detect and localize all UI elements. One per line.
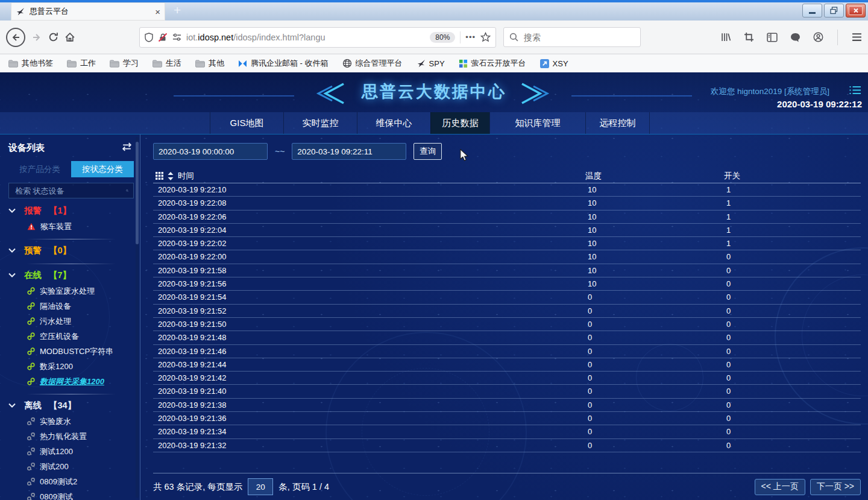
column-header-temperature[interactable]: 温度 [585, 171, 724, 182]
bookmark-item[interactable]: 其他书签 [8, 58, 53, 69]
sort-icon[interactable] [168, 172, 174, 180]
device-search-box[interactable] [8, 183, 134, 198]
cell-time: 2020-03-19 9:22:02 [158, 237, 588, 250]
chevron-down-icon[interactable] [8, 403, 16, 408]
page-size-input[interactable] [248, 478, 273, 495]
table-row: 2020-03-19 9:21:3200 [153, 439, 861, 452]
grid-icon[interactable] [156, 172, 163, 180]
home-button[interactable] [64, 32, 75, 42]
search-input[interactable] [523, 32, 635, 43]
prev-page-button[interactable]: << 上一页 [755, 479, 805, 495]
device-search-input[interactable] [14, 186, 122, 196]
table-row: 2020-03-19 9:21:4000 [153, 385, 861, 398]
next-page-button[interactable]: 下一页 >> [810, 479, 861, 495]
chevron-down-icon[interactable] [8, 208, 16, 213]
column-header-switch[interactable]: 开关 [724, 171, 861, 182]
sidebar-scrollbar[interactable] [136, 137, 139, 498]
bookmark-item[interactable]: 综合管理平台 [342, 58, 403, 69]
chevron-down-icon[interactable] [8, 248, 16, 253]
device-item[interactable]: 测试200 [8, 459, 140, 474]
cell-time: 2020-03-19 9:21:48 [158, 331, 588, 344]
column-header-time[interactable]: 时间 [178, 171, 194, 182]
device-item[interactable]: 热力氧化装置 [8, 429, 140, 444]
nav-tab-远程控制[interactable]: 远程控制 [585, 112, 650, 134]
bookmark-item[interactable]: 腾讯企业邮箱 - 收件箱 [238, 58, 329, 69]
device-item[interactable]: 实验室废水处理 [8, 283, 140, 299]
welcome-text: 欢迎您 hignton2019 [系统管理员] [711, 86, 829, 97]
bookmark-item[interactable]: 萤石云开放平台 [459, 58, 526, 69]
cell-temperature: 10 [588, 183, 726, 197]
permissions-icon[interactable] [172, 33, 181, 42]
device-item[interactable]: 0809测试2 [8, 474, 140, 489]
swap-icon[interactable] [121, 142, 133, 154]
device-item[interactable]: 0809测试 [8, 489, 140, 500]
table-row: 2020-03-19 9:21:5000 [153, 318, 861, 331]
window-minimize-button[interactable] [802, 4, 822, 17]
group-count: 【1】 [49, 205, 71, 217]
cell-temperature: 10 [588, 264, 726, 277]
device-item[interactable]: 空压机设备 [8, 329, 140, 344]
sidebar-tab-by-status[interactable]: 按状态分类 [71, 161, 134, 177]
group-label: 预警 [24, 245, 42, 256]
nav-tab-GIS地图[interactable]: GIS地图 [210, 112, 283, 134]
sidebar-tab-by-product[interactable]: 按产品分类 [8, 161, 71, 177]
zoom-level-badge[interactable]: 80% [430, 32, 455, 43]
cell-temperature: 0 [588, 305, 726, 318]
url-bar[interactable]: iot.idosp.net/idosp/index.html?langu 80%… [139, 27, 496, 48]
nav-tab-历史数据[interactable]: 历史数据 [430, 112, 489, 134]
bookmark-item[interactable]: 其他 [195, 58, 224, 69]
group-count: 【7】 [49, 270, 71, 281]
bookmark-item[interactable]: XSY [540, 59, 568, 68]
forward-button[interactable] [31, 33, 42, 42]
sidebar-group-预警[interactable]: 预警【0】 [8, 242, 140, 259]
device-item[interactable]: 隔油设备 [8, 299, 140, 314]
nav-tab-知识库管理[interactable]: 知识库管理 [489, 112, 585, 134]
home-icon [64, 32, 75, 42]
sidebar-group-报警[interactable]: 报警【1】 [8, 202, 140, 219]
browser-tab[interactable]: 思普云平台 × [11, 2, 165, 21]
device-item[interactable]: 猴车装置 [8, 219, 140, 234]
group-label: 在线 [24, 270, 42, 281]
date-from-input[interactable] [153, 143, 268, 160]
sidebar-toggle-icon[interactable] [767, 33, 778, 42]
query-button[interactable]: 查询 [414, 143, 442, 160]
window-restore-button[interactable] [824, 4, 844, 17]
reload-button[interactable] [48, 32, 58, 42]
page-actions-icon[interactable]: ••• [465, 33, 476, 42]
sidebar-group-在线[interactable]: 在线【7】 [8, 267, 140, 283]
bookmark-item[interactable]: SPY [417, 59, 445, 68]
user-menu-list-icon[interactable] [849, 86, 861, 97]
bookmark-star-icon[interactable] [480, 32, 491, 42]
window-close-button[interactable] [846, 4, 866, 17]
link-icon [27, 332, 35, 340]
screenshot-crop-icon[interactable] [744, 32, 754, 42]
insecure-lock-icon[interactable] [158, 33, 168, 42]
search-bar[interactable] [503, 27, 641, 47]
menu-hamburger-icon[interactable] [852, 33, 862, 42]
bookmark-item[interactable]: 生活 [153, 58, 181, 69]
back-button[interactable] [6, 28, 25, 47]
bookmark-item[interactable]: 学习 [110, 58, 139, 69]
search-icon[interactable] [126, 186, 128, 195]
sidebar-group-离线[interactable]: 离线【34】 [8, 397, 140, 414]
table-row: 2020-03-19 9:21:3400 [153, 425, 861, 438]
shield-icon[interactable] [145, 33, 153, 42]
nav-tab-维保中心[interactable]: 维保中心 [357, 112, 430, 134]
bookmark-item[interactable]: 工作 [67, 58, 96, 69]
chevron-down-icon[interactable] [8, 273, 16, 277]
device-item[interactable]: 数采1200 [8, 359, 140, 374]
cell-time: 2020-03-19 9:21:36 [158, 412, 588, 425]
device-item[interactable]: 污水处理 [8, 314, 140, 329]
nav-tab-实时监控[interactable]: 实时监控 [283, 112, 357, 134]
date-to-input[interactable] [292, 143, 406, 160]
device-item[interactable]: MODBUSTCP字符串 [8, 344, 140, 359]
reload-icon [48, 32, 58, 42]
library-icon[interactable] [721, 32, 731, 42]
messenger-icon[interactable] [790, 33, 800, 42]
tab-close-icon[interactable]: × [155, 7, 160, 16]
device-item[interactable]: 实验废水 [8, 414, 140, 429]
device-item[interactable]: 测试1200 [8, 444, 140, 459]
device-item[interactable]: 数据网关采集1200 [8, 374, 140, 389]
new-tab-button[interactable]: + [174, 3, 181, 17]
account-icon[interactable] [813, 32, 823, 42]
